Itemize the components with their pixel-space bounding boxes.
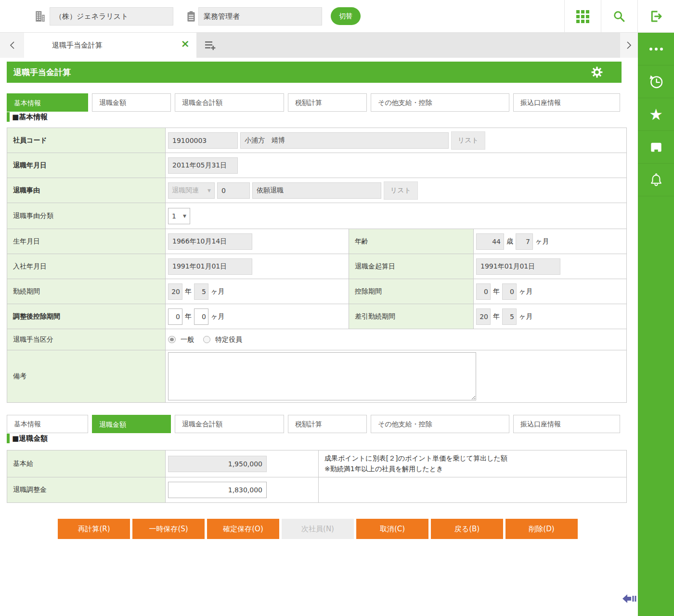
base-pay-label: 基本給 (7, 450, 166, 477)
header-divider (601, 0, 601, 33)
tab-retirement-amount[interactable]: 退職金額 (92, 415, 171, 433)
table-row: 社員コード リスト (7, 128, 626, 153)
employee-code-field[interactable] (168, 132, 238, 149)
calc-start-label: 退職金起算日 (349, 254, 474, 279)
chevron-down-icon: ▼ (207, 188, 211, 193)
reason-name-field[interactable] (252, 182, 381, 199)
retire-date-field[interactable] (168, 157, 238, 174)
search-button[interactable] (612, 9, 626, 24)
reason-code-field[interactable] (217, 182, 250, 199)
radio-specified-officer[interactable] (203, 336, 210, 343)
year-unit: 年 (185, 312, 192, 321)
tab-close-icon[interactable]: × (181, 38, 190, 49)
right-sidebar: ★ (638, 33, 674, 616)
tab-retirement-allowance[interactable]: 退職手当金計算 × (24, 33, 196, 58)
role-field[interactable] (198, 7, 322, 26)
confirm-save-button[interactable]: 確定保存(O) (207, 519, 279, 539)
window-tab-bar: 退職手当金計算 × (0, 33, 638, 58)
birth-date-field[interactable] (168, 233, 252, 250)
reason-class-select[interactable]: 1▼ (168, 208, 190, 224)
radio-general[interactable] (168, 336, 176, 343)
star-icon: ★ (649, 107, 663, 122)
age-years-field[interactable] (476, 233, 504, 250)
reason-list-button[interactable]: リスト (384, 181, 418, 200)
logout-icon (649, 9, 663, 24)
temp-save-button[interactable]: 一時保存(S) (132, 519, 205, 539)
note-textarea[interactable] (168, 352, 476, 400)
apps-menu-button[interactable] (575, 9, 590, 24)
sidebar-collapse-button[interactable] (622, 593, 637, 604)
table-row: 勤続期間 年 ヶ月 控除期間 年 ヶ月 (7, 279, 626, 304)
next-employee-button: 次社員(N) (282, 519, 354, 539)
tab-basic-info[interactable]: 基本情報 (7, 93, 88, 112)
cancel-button[interactable]: 取消(C) (356, 519, 428, 539)
adjustment-field[interactable] (168, 482, 267, 498)
add-tab-button[interactable] (204, 39, 217, 53)
deduction-months-field[interactable] (502, 283, 517, 300)
recalculate-button[interactable]: 再計算(R) (58, 519, 130, 539)
month-unit: ヶ月 (535, 237, 549, 246)
tab-basic-info[interactable]: 基本情報 (7, 415, 88, 433)
building-icon (34, 10, 46, 23)
section-tabs-bottom: 基本情報 退職金額 退職金合計額 税額計算 その他支給・控除 振込口座情報 (7, 415, 620, 433)
service-years-field[interactable] (168, 283, 182, 300)
employee-name-field[interactable] (240, 132, 449, 149)
hire-date-field[interactable] (168, 258, 252, 275)
history-icon (648, 74, 664, 90)
tab-other-payments[interactable]: その他支給・控除 (371, 93, 509, 112)
collapse-left-arrow-icon (622, 593, 637, 604)
tab-retirement-total[interactable]: 退職金合計額 (175, 93, 284, 112)
radio-general-label: 一般 (181, 335, 194, 344)
tab-retirement-total[interactable]: 退職金合計額 (175, 415, 284, 433)
tab-other-payments[interactable]: その他支給・控除 (371, 415, 509, 433)
tab-tax-calc[interactable]: 税額計算 (288, 415, 367, 433)
logout-button[interactable] (649, 9, 663, 24)
tab-scroll-right-button[interactable] (620, 33, 638, 58)
favorites-button[interactable]: ★ (638, 98, 674, 131)
page-title-bar: 退職手当金計算 (7, 62, 622, 83)
table-row: 入社年月日 退職金起算日 (7, 254, 626, 279)
back-button[interactable]: 戻る(B) (431, 519, 503, 539)
service-months-field[interactable] (194, 283, 208, 300)
section-heading-text: ■退職金額 (12, 434, 48, 443)
deduction-years-field[interactable] (476, 283, 491, 300)
employee-list-button[interactable]: リスト (451, 131, 485, 150)
table-row: 生年月日 年齢 歳 ヶ月 (7, 229, 626, 254)
chevron-left-icon (10, 41, 15, 50)
chevron-right-icon (626, 41, 632, 50)
calc-start-field[interactable] (476, 258, 560, 275)
tab-title: 退職手当金計算 (52, 41, 103, 50)
note-label: 備考 (7, 350, 166, 402)
month-unit: ヶ月 (211, 312, 224, 321)
base-pay-field[interactable] (168, 456, 267, 472)
section-heading-amount: ■退職金額 (7, 434, 48, 443)
tab-scroll-left-button[interactable] (0, 33, 24, 58)
age-months-field[interactable] (516, 233, 533, 250)
company-field[interactable] (50, 7, 173, 26)
gear-icon[interactable] (591, 66, 603, 78)
switch-button[interactable]: 切替 (331, 7, 361, 25)
net-months-field[interactable] (502, 308, 517, 325)
notifications-button[interactable] (638, 164, 674, 196)
section-accent-bar (7, 434, 10, 443)
tray-icon (648, 140, 664, 155)
more-button[interactable] (638, 33, 674, 65)
delete-button[interactable]: 削除(D) (506, 519, 578, 539)
radio-officer-label: 特定役員 (215, 335, 242, 344)
year-unit: 年 (493, 287, 500, 296)
net-years-field[interactable] (476, 308, 491, 325)
tab-tax-calc[interactable]: 税額計算 (288, 93, 367, 112)
history-button[interactable] (638, 65, 674, 98)
table-row: 基本給 成果ポイントに別表[２]のポイント単価を乗じて算出した額 ※勤続満1年以… (7, 450, 626, 477)
adjusted-years-field[interactable] (168, 308, 182, 325)
tray-button[interactable] (638, 131, 674, 164)
adjustment-description (318, 477, 626, 502)
tab-retirement-amount[interactable]: 退職金額 (92, 93, 171, 112)
employee-code-label: 社員コード (7, 128, 166, 153)
reason-category-select: 退職関連▼ (168, 182, 215, 199)
retire-date-label: 退職年月日 (7, 153, 166, 178)
adjusted-months-field[interactable] (194, 308, 208, 325)
section-heading-text: ■基本情報 (12, 113, 48, 122)
tab-bank-account[interactable]: 振込口座情報 (513, 93, 620, 112)
tab-bank-account[interactable]: 振込口座情報 (513, 415, 620, 433)
